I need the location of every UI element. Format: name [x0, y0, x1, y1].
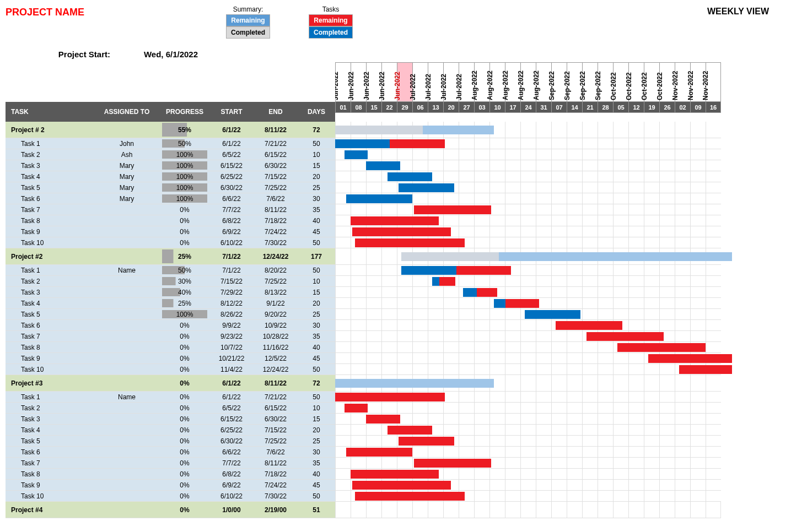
cell-end: 7/18/22 [254, 215, 298, 226]
task-row[interactable]: Task 60%6/6/227/6/2230 [6, 447, 335, 458]
timeline-day-cell: 27 [459, 102, 474, 113]
cell-days: 20 [298, 425, 335, 435]
cell-task: Task 6 [6, 193, 94, 204]
task-row[interactable]: Task 60%9/9/2210/9/2230 [6, 320, 335, 331]
cell-end: 7/21/22 [254, 138, 298, 149]
task-row[interactable]: Task 5Mary100%6/30/227/25/2225 [6, 182, 335, 193]
gantt-bar-completed [494, 299, 505, 308]
cell-start: 6/6/22 [209, 193, 254, 204]
gantt-bar-remaining [399, 437, 454, 446]
task-row[interactable]: Task 70%7/7/228/11/2235 [6, 458, 335, 469]
cell-progress: 25% [160, 298, 209, 308]
task-row[interactable]: Task 70%9/23/2210/28/2235 [6, 331, 335, 342]
task-row[interactable]: Task 80%6/8/227/18/2240 [6, 469, 335, 480]
cell-task: Task 2 [6, 276, 94, 286]
cell-task: Task 7 [6, 458, 94, 468]
timeline-day-cell: 17 [505, 102, 520, 113]
legend-tasks-title: Tasks [298, 6, 364, 13]
task-row[interactable]: Task 50%6/30/227/25/2225 [6, 436, 335, 447]
cell-assigned [94, 480, 160, 490]
cell-end: 9/20/22 [254, 309, 298, 319]
task-row[interactable]: Task 80%10/7/2211/16/2240 [6, 342, 335, 353]
cell-progress: 50% [160, 138, 209, 149]
task-row[interactable]: Task 230%7/15/227/25/2210 [6, 276, 335, 287]
task-row[interactable]: Task 1John50%6/1/227/21/2250 [6, 138, 335, 149]
gantt-bar-completed [345, 150, 368, 159]
cell-days: 25 [298, 309, 335, 319]
task-row[interactable]: Task 90%6/9/227/24/2245 [6, 226, 335, 237]
cell-start: 6/6/22 [209, 447, 254, 457]
cell-progress: 0% [160, 469, 209, 479]
cell-assigned: Mary [94, 160, 160, 171]
task-row[interactable]: Task 340%7/29/228/13/2215 [6, 287, 335, 298]
task-row[interactable]: Task 5100%8/26/229/20/2225 [6, 309, 335, 320]
cell-task: Task 5 [6, 182, 94, 193]
gantt-row [335, 320, 732, 331]
timeline-month-cell: Nov-2022 [706, 62, 721, 102]
cell-end: 8/11/22 [254, 458, 298, 468]
gantt-row [335, 182, 732, 193]
gantt-row [335, 237, 732, 248]
cell-assigned [94, 287, 160, 297]
cell-end: 7/24/22 [254, 480, 298, 490]
cell-start: 6/1/22 [209, 375, 254, 391]
task-row[interactable]: Task 100%11/4/2212/24/2250 [6, 364, 335, 375]
gantt-bar-remaining [352, 227, 451, 236]
summary-row[interactable]: Project #40%1/0/002/19/0051 [6, 502, 335, 518]
cell-start: 6/8/22 [209, 215, 254, 226]
gantt-bar-completed [399, 183, 454, 192]
summary-row[interactable]: Project # 255%6/1/228/11/2272 [6, 122, 335, 138]
cell-days: 25 [298, 182, 335, 193]
cell-task: Project #4 [6, 502, 94, 518]
cell-assigned [94, 215, 160, 226]
timeline-day-cell: 06 [412, 102, 428, 113]
task-row[interactable]: Task 100%6/10/227/30/2250 [6, 237, 335, 248]
project-start-value[interactable]: Wed, 6/1/2022 [121, 50, 220, 59]
timeline-day-cell: 05 [613, 102, 628, 113]
gantt-bar-completed [346, 194, 412, 203]
task-row[interactable]: Task 100%6/10/227/30/2250 [6, 491, 335, 502]
cell-start: 7/15/22 [209, 276, 254, 286]
task-row[interactable]: Task 90%6/9/227/24/2245 [6, 480, 335, 491]
cell-days: 50 [298, 265, 335, 275]
task-row[interactable]: Task 1Name0%6/1/227/21/2250 [6, 392, 335, 403]
timeline-day-cell: 29 [397, 102, 412, 113]
summary-row[interactable]: Project #30%6/1/228/11/2272 [6, 375, 335, 392]
cell-end: 6/30/22 [254, 160, 298, 171]
cell-task: Task 3 [6, 160, 94, 171]
cell-progress: 55% [160, 122, 209, 138]
gantt-row [335, 160, 732, 171]
legend-summary-completed: Completed [226, 26, 270, 39]
legend-tasks: Tasks Remaining Completed [298, 6, 364, 39]
task-row[interactable]: Task 4Mary100%6/25/227/15/2220 [6, 171, 335, 182]
task-row[interactable]: Task 425%8/12/229/1/2220 [6, 298, 335, 309]
task-row[interactable]: Task 3Mary100%6/15/226/30/2215 [6, 160, 335, 171]
cell-days: 40 [298, 215, 335, 226]
task-row[interactable]: Task 90%10/21/2212/5/2245 [6, 353, 335, 364]
cell-days: 30 [298, 320, 335, 330]
cell-days: 15 [298, 414, 335, 424]
cell-task: Task 5 [6, 436, 94, 446]
gantt-row [335, 447, 732, 458]
cell-end: 8/11/22 [254, 204, 298, 215]
col-end: END [254, 108, 298, 116]
timeline-day-cell: 19 [644, 102, 659, 113]
cell-progress: 0% [160, 502, 209, 518]
col-start: START [209, 108, 254, 116]
summary-row[interactable]: Project #225%7/1/2212/24/22177 [6, 248, 335, 265]
col-days: DAYS [298, 108, 335, 116]
cell-days: 35 [298, 204, 335, 215]
task-row[interactable]: Task 30%6/15/226/30/2215 [6, 414, 335, 425]
task-row[interactable]: Task 2Ash100%6/5/226/15/2210 [6, 149, 335, 160]
task-row[interactable]: Task 1Name50%7/1/228/20/2250 [6, 265, 335, 276]
task-row[interactable]: Task 70%7/7/228/11/2235 [6, 204, 335, 215]
cell-start: 11/4/22 [209, 364, 254, 374]
gantt-bar-remaining [335, 393, 445, 401]
cell-days: 45 [298, 480, 335, 490]
task-row[interactable]: Task 80%6/8/227/18/2240 [6, 215, 335, 226]
gantt-row [335, 138, 732, 149]
task-row[interactable]: Task 40%6/25/227/15/2220 [6, 425, 335, 436]
task-row[interactable]: Task 6Mary100%6/6/227/6/2230 [6, 193, 335, 204]
task-row[interactable]: Task 20%6/5/226/15/2210 [6, 403, 335, 414]
timeline-day-cell: 07 [551, 102, 567, 113]
